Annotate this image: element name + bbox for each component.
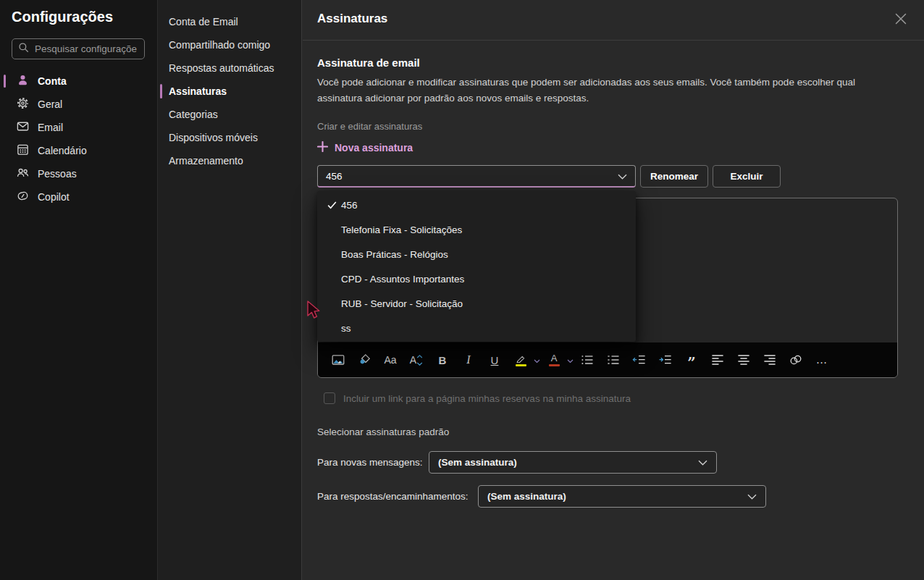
more-glyph: … [816, 353, 828, 366]
bold-icon[interactable]: B [430, 348, 455, 372]
signature-option-cpd[interactable]: CPD - Assuntos Importantes [317, 266, 636, 291]
sidebar-item-geral[interactable]: Geral [0, 93, 157, 116]
underline-icon[interactable]: U [482, 348, 507, 372]
sidebar-item-copilot[interactable]: Copilot [0, 185, 157, 209]
close-button[interactable] [891, 10, 911, 30]
subnav-item-armazenamento[interactable]: Armazenamento [158, 149, 301, 172]
sidebar-item-label: Conta [38, 75, 67, 87]
new-signature-button[interactable]: Nova assinatura [317, 141, 413, 154]
subnav-item-compartilhado[interactable]: Compartilhado comigo [158, 33, 301, 56]
replies-value: (Sem assinatura) [487, 491, 566, 502]
person-icon [16, 73, 30, 89]
subnav-item-conta-de-email[interactable]: Conta de Email [158, 10, 301, 33]
signature-option-boas-praticas[interactable]: Boas Práticas - Relógios [317, 242, 636, 266]
settings-subnav: Conta de Email Compartilhado comigo Resp… [158, 0, 302, 580]
align-right-icon[interactable] [757, 348, 782, 372]
font-color-glyph: A [551, 354, 558, 363]
more-options-icon[interactable]: … [810, 348, 834, 372]
new-messages-label: Para novas mensagens: [317, 457, 423, 468]
italic-icon[interactable]: I [456, 348, 481, 372]
sidebar-item-pessoas[interactable]: Pessoas [0, 162, 157, 185]
format-painter-icon[interactable] [352, 348, 377, 372]
font-color-icon[interactable]: A [542, 348, 566, 372]
settings-search-box[interactable] [12, 38, 145, 59]
delete-button[interactable]: Excluir [713, 165, 781, 188]
formatting-toolbar: Aa A B I U [318, 342, 897, 377]
sidebar-item-calendario[interactable]: Calendário [0, 139, 157, 162]
numbered-list-icon[interactable] [601, 348, 626, 372]
sidebar-item-label: Geral [38, 98, 62, 110]
replies-label: Para respostas/encaminhamentos: [317, 491, 469, 502]
signature-option-rub[interactable]: RUB - Servidor - Solicitação [317, 291, 636, 316]
subnav-item-dispositivos[interactable]: Dispositivos móveis [158, 126, 301, 149]
quote-icon[interactable]: ” [679, 348, 704, 372]
include-link-row: Incluir um link para a página minhas res… [324, 392, 631, 404]
signature-select-value: 456 [326, 171, 343, 182]
mail-icon [16, 119, 30, 135]
option-label: 456 [341, 200, 358, 211]
chevron-down-icon [747, 491, 757, 502]
settings-title: Configurações [12, 9, 113, 25]
search-input[interactable] [33, 43, 138, 55]
sidebar-item-label: Pessoas [38, 168, 77, 180]
include-link-checkbox[interactable] [324, 392, 335, 404]
font-icon[interactable]: Aa [378, 348, 403, 372]
new-messages-value: (Sem assinatura) [438, 457, 517, 468]
chevron-down-icon [618, 171, 627, 182]
quote-glyph: ” [687, 353, 696, 366]
signature-dropdown-list: 456 Telefonia Fixa - Solicitações Boas P… [317, 191, 636, 342]
insert-image-icon[interactable] [326, 348, 350, 372]
replies-select[interactable]: (Sem assinatura) [478, 485, 766, 508]
sidebar-item-label: Copilot [38, 191, 70, 203]
chevron-down-icon[interactable] [534, 353, 540, 366]
sidebar-item-label: Email [38, 122, 63, 133]
defaults-section-label: Selecionar assinaturas padrão [317, 426, 449, 437]
align-left-icon[interactable] [705, 348, 730, 372]
settings-window: Configurações Conta Geral [0, 0, 924, 580]
chevron-down-icon [698, 457, 707, 468]
text-highlight-icon[interactable] [508, 348, 533, 372]
option-label: Boas Práticas - Relógios [341, 249, 448, 260]
option-label: CPD - Assuntos Importantes [341, 274, 464, 285]
rename-button[interactable]: Renomear [640, 165, 708, 188]
subnav-item-assinaturas[interactable]: Assinaturas [158, 80, 301, 103]
gear-icon [16, 96, 30, 112]
subnav-item-respostas[interactable]: Respostas automáticas [158, 56, 301, 80]
new-messages-select[interactable]: (Sem assinatura) [429, 451, 717, 474]
increase-indent-icon[interactable] [653, 348, 678, 372]
align-center-icon[interactable] [731, 348, 756, 372]
signature-option-telefonia[interactable]: Telefonia Fixa - Solicitações [317, 217, 636, 242]
bulleted-list-icon[interactable] [575, 348, 600, 372]
people-icon [16, 166, 30, 182]
underline-glyph: U [491, 354, 499, 366]
sidebar-item-conta[interactable]: Conta [0, 70, 157, 93]
panel-header: Assinaturas [303, 0, 924, 41]
signatures-panel: Assinaturas Assinatura de email Você pod… [303, 0, 924, 580]
font-size-icon[interactable]: A [404, 348, 429, 372]
decrease-indent-icon[interactable] [627, 348, 652, 372]
option-label: Telefonia Fixa - Solicitações [341, 224, 462, 235]
settings-sidebar: Configurações Conta Geral [0, 0, 158, 580]
search-icon [18, 42, 29, 56]
chevron-down-icon[interactable] [567, 353, 574, 366]
signature-option-ss[interactable]: ss [317, 316, 636, 340]
plus-icon [317, 141, 328, 154]
copilot-icon [16, 189, 30, 205]
font-size-glyph: A [410, 354, 416, 366]
calendar-icon [16, 143, 30, 159]
settings-nav: Conta Geral Email Ca [0, 70, 157, 209]
include-link-label: Incluir um link para a página minhas res… [343, 393, 631, 404]
section-title: Assinatura de email [317, 56, 420, 69]
signature-select[interactable]: 456 [317, 165, 636, 188]
signature-option-456[interactable]: 456 [317, 193, 636, 217]
checkmark-icon [327, 201, 337, 211]
sidebar-item-email[interactable]: Email [0, 116, 157, 139]
option-label: ss [341, 323, 351, 334]
bold-glyph: B [439, 354, 447, 366]
italic-glyph: I [466, 353, 470, 366]
create-edit-label: Criar e editar assinaturas [317, 121, 422, 132]
insert-link-icon[interactable] [784, 348, 808, 372]
panel-title: Assinaturas [317, 12, 387, 26]
subnav-item-categorias[interactable]: Categorias [158, 103, 301, 126]
section-description: Você pode adicionar e modificar assinatu… [317, 75, 873, 106]
